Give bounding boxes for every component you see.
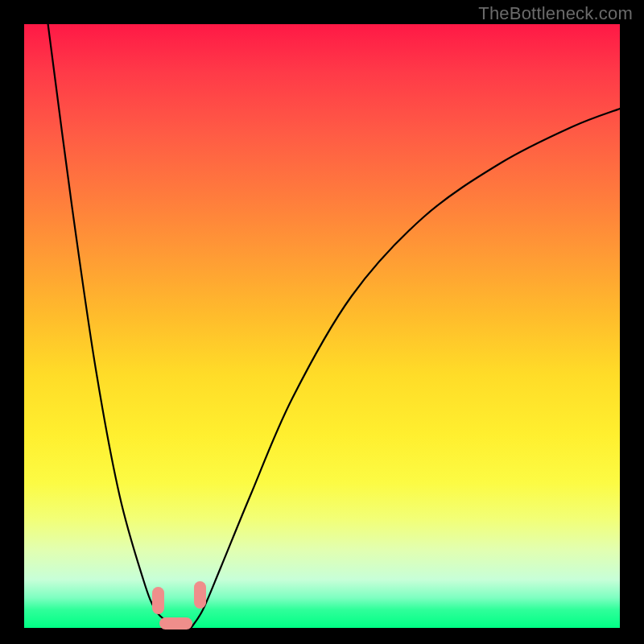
left-curve — [48, 24, 173, 628]
chart-frame: TheBottleneck.com — [0, 0, 644, 644]
right-curve — [191, 109, 620, 628]
blob-bottom — [159, 617, 192, 630]
blob-left — [152, 587, 164, 614]
plot-area — [24, 24, 620, 628]
watermark-text: TheBottleneck.com — [478, 3, 633, 24]
curves-layer — [24, 24, 620, 628]
blob-right — [194, 581, 206, 609]
